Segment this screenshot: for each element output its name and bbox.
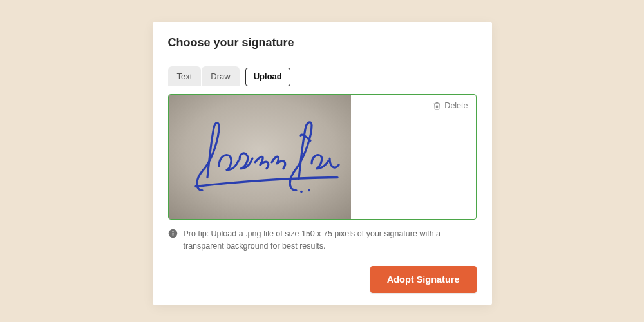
modal-footer: Adopt Signature bbox=[168, 266, 477, 293]
signature-preview bbox=[169, 95, 351, 219]
tabs: Text Draw Upload bbox=[168, 66, 477, 86]
delete-label: Delete bbox=[444, 101, 468, 110]
adopt-signature-button[interactable]: Adopt Signature bbox=[370, 266, 477, 293]
tip-text: Pro tip: Upload a .png file of size 150 … bbox=[184, 228, 477, 253]
tab-upload[interactable]: Upload bbox=[245, 68, 290, 86]
delete-button[interactable]: Delete bbox=[433, 101, 468, 110]
tab-draw[interactable]: Draw bbox=[202, 66, 239, 86]
svg-point-2 bbox=[308, 189, 310, 192]
tab-text[interactable]: Text bbox=[168, 66, 202, 86]
svg-point-5 bbox=[172, 231, 173, 232]
svg-point-1 bbox=[300, 191, 303, 193]
svg-rect-4 bbox=[172, 232, 173, 236]
upload-panel: Delete bbox=[168, 94, 477, 220]
trash-icon bbox=[433, 102, 441, 110]
modal-title: Choose your signature bbox=[168, 36, 477, 50]
tip-row: Pro tip: Upload a .png file of size 150 … bbox=[168, 228, 477, 253]
info-icon bbox=[168, 229, 178, 238]
signature-modal: Choose your signature Text Draw Upload bbox=[153, 22, 492, 305]
uploaded-signature-image bbox=[169, 95, 351, 219]
